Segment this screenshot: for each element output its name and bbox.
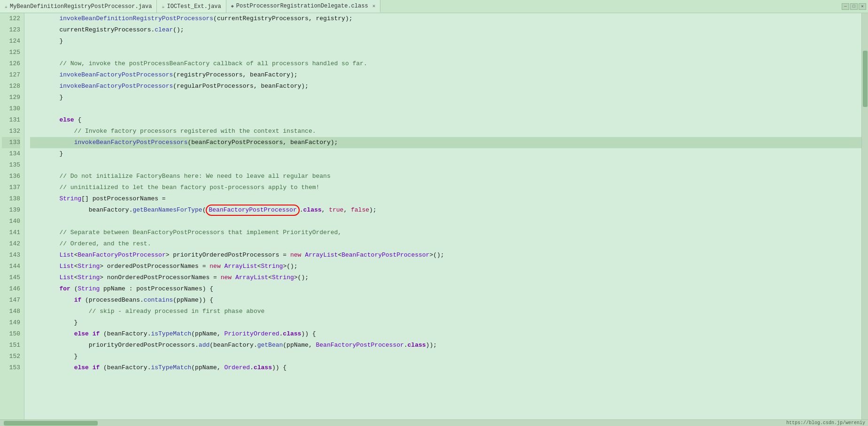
line-num-131: 131 xyxy=(2,114,20,126)
code-line-144: List<String> orderedPostProcessorNames =… xyxy=(30,261,861,272)
line-num-122: 122 xyxy=(2,13,20,24)
line-num-136: 136 xyxy=(2,171,20,182)
minimize-button[interactable]: — xyxy=(842,3,849,10)
bottom-bar: https://blog.csdn.jp/wereniy xyxy=(0,419,868,426)
tab-label-3: PostProcessorRegistrationDelegate.class xyxy=(236,3,368,9)
code-line-135 xyxy=(30,160,861,171)
line-num-137: 137 xyxy=(2,182,20,193)
line-num-143: 143 xyxy=(2,250,20,261)
editor-container: ☕ MyBeanDefinitionRegistryPostProcessor.… xyxy=(0,0,868,426)
code-line-131: else { xyxy=(30,114,861,126)
code-line-126: // Now, invoke the postProcessBeanFactor… xyxy=(30,58,861,69)
tab-ioctest[interactable]: ☕ IOCTest_Ext.java xyxy=(157,0,226,13)
line-num-150: 150 xyxy=(2,328,20,340)
line-num-146: 146 xyxy=(2,283,20,295)
line-num-135: 135 xyxy=(2,160,20,171)
code-line-128: invokeBeanFactoryPostProcessors(regularP… xyxy=(30,81,861,92)
vertical-scrollbar[interactable] xyxy=(861,13,868,419)
class-icon: ◆ xyxy=(231,3,234,9)
line-num-148: 148 xyxy=(2,306,20,317)
line-num-127: 127 xyxy=(2,69,20,81)
code-line-147: if (processedBeans.contains(ppName)) { xyxy=(30,295,861,306)
tab-label-1: MyBeanDefinitionRegistryPostProcessor.ja… xyxy=(10,3,152,10)
line-num-139: 139 xyxy=(2,205,20,216)
code-line-138: String[] postProcessorNames = xyxy=(30,193,861,205)
line-num-129: 129 xyxy=(2,92,20,103)
line-num-140: 140 xyxy=(2,216,20,227)
code-line-145: List<String> nonOrderedPostProcessorName… xyxy=(30,272,861,283)
code-line-134: } xyxy=(30,148,861,160)
line-num-153: 153 xyxy=(2,362,20,373)
code-line-125 xyxy=(30,47,861,58)
code-content[interactable]: invokeBeanDefinitionRegistryPostProcesso… xyxy=(24,13,861,419)
tab-close-button[interactable]: ✕ xyxy=(372,3,376,9)
line-num-144: 144 xyxy=(2,261,20,272)
code-line-123: currentRegistryProcessors.clear(); xyxy=(30,24,861,36)
line-num-149: 149 xyxy=(2,317,20,328)
line-num-151: 151 xyxy=(2,340,20,351)
java-icon-2: ☕ xyxy=(162,4,164,9)
java-icon-1: ☕ xyxy=(5,4,8,9)
horizontal-scrollbar[interactable] xyxy=(2,420,786,426)
code-line-141: // Separate between BeanFactoryPostProce… xyxy=(30,227,861,238)
code-line-149: } xyxy=(30,317,861,328)
line-num-128: 128 xyxy=(2,81,20,92)
code-line-143: List<BeanFactoryPostProcessor> priorityO… xyxy=(30,250,861,261)
code-line-153: else if (beanFactory.isTypeMatch(ppName,… xyxy=(30,362,861,373)
code-line-127: invokeBeanFactoryPostProcessors(registry… xyxy=(30,69,861,81)
url-hint: https://blog.csdn.jp/wereniy xyxy=(786,420,868,426)
tab-label-2: IOCTest_Ext.java xyxy=(167,3,221,10)
line-num-130: 130 xyxy=(2,103,20,114)
line-num-134: 134 xyxy=(2,148,20,160)
tab-mybeandef[interactable]: ☕ MyBeanDefinitionRegistryPostProcessor.… xyxy=(0,0,157,13)
code-area: 122 123 124 125 126 127 128 129 130 131 … xyxy=(0,13,868,419)
window-controls: — □ ✕ xyxy=(842,3,868,10)
code-line-152: } xyxy=(30,351,861,362)
code-line-129: } xyxy=(30,92,861,103)
tab-bar: ☕ MyBeanDefinitionRegistryPostProcessor.… xyxy=(0,0,868,13)
line-num-126: 126 xyxy=(2,58,20,69)
code-line-148: // skip - already processed in first pha… xyxy=(30,306,861,317)
line-num-125: 125 xyxy=(2,47,20,58)
code-line-150: else if (beanFactory.isTypeMatch(ppName,… xyxy=(30,328,861,340)
line-num-124: 124 xyxy=(2,36,20,47)
scrollbar-thumb-h[interactable] xyxy=(4,421,98,426)
code-line-140 xyxy=(30,216,861,227)
code-line-151: priorityOrderedPostProcessors.add(beanFa… xyxy=(30,340,861,351)
line-num-123: 123 xyxy=(2,24,20,36)
line-num-133: 133 xyxy=(2,137,20,148)
scrollbar-thumb-v[interactable] xyxy=(863,51,868,107)
line-num-152: 152 xyxy=(2,351,20,362)
code-line-132: // Invoke factory processors registered … xyxy=(30,126,861,137)
line-num-141: 141 xyxy=(2,227,20,238)
line-num-147: 147 xyxy=(2,295,20,306)
line-num-132: 132 xyxy=(2,126,20,137)
code-line-137: // uninitialized to let the bean factory… xyxy=(30,182,861,193)
code-line-136: // Do not initialize FactoryBeans here: … xyxy=(30,171,861,182)
tab-postprocessor[interactable]: ◆ PostProcessorRegistrationDelegate.clas… xyxy=(226,0,381,13)
code-line-146: for (String ppName : postProcessorNames)… xyxy=(30,283,861,295)
line-num-138: 138 xyxy=(2,193,20,205)
line-num-142: 142 xyxy=(2,238,20,250)
line-numbers: 122 123 124 125 126 127 128 129 130 131 … xyxy=(0,13,24,419)
close-button[interactable]: ✕ xyxy=(859,3,866,10)
code-line-139: beanFactory.getBeanNamesForType(BeanFact… xyxy=(30,205,861,216)
code-line-130 xyxy=(30,103,861,114)
code-line-124: } xyxy=(30,36,861,47)
code-line-122: invokeBeanDefinitionRegistryPostProcesso… xyxy=(30,13,861,24)
code-line-133: invokeBeanFactoryPostProcessors(beanFact… xyxy=(30,137,861,148)
restore-button[interactable]: □ xyxy=(850,3,858,10)
line-num-145: 145 xyxy=(2,272,20,283)
code-line-142: // Ordered, and the rest. xyxy=(30,238,861,250)
